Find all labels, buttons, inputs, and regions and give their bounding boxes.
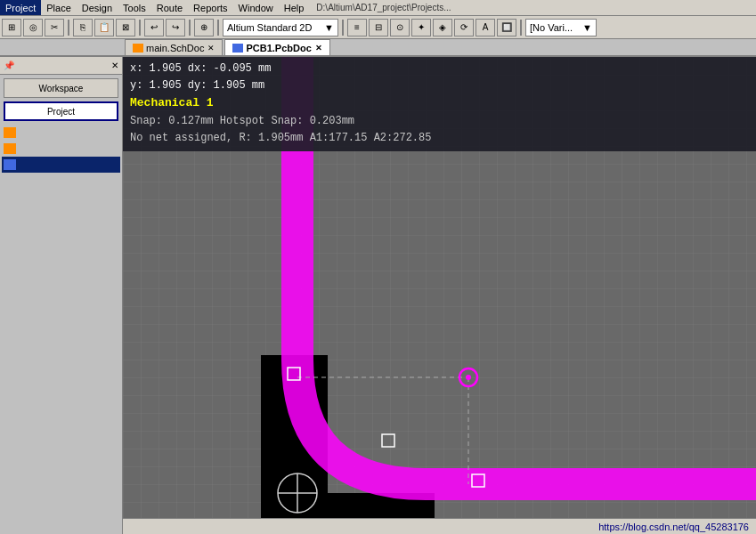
tb-btn-6[interactable]: ⊠ [116,19,135,36]
workspace-button[interactable]: Workspace [4,78,118,98]
project-file-2[interactable] [2,141,120,157]
menubar: Project Place Design Tools Route Reports… [0,0,756,16]
tab-close-sch[interactable]: ✕ [207,44,215,53]
menu-design[interactable]: Design [77,0,118,15]
tb-btn-2[interactable]: ◎ [23,19,43,36]
tabbar: main.SchDoc ✕ PCB1.PcbDoc ✕ [0,39,756,57]
panel-buttons: Workspace [0,75,122,101]
project-button-row: Project [0,101,122,123]
novar-arrow: ▼ [582,22,592,33]
info-line-3: Snap: 0.127mm Hotspot Snap: 0.203mm [130,113,749,130]
tab-pcb-label: PCB1.PcbDoc [246,43,311,53]
menu-window[interactable]: Window [233,0,279,15]
tab-pcb-icon [232,44,243,53]
tb-undo[interactable]: ↩ [144,19,164,36]
left-panel: 📌 ✕ Workspace Project [0,57,123,534]
tb-zoom[interactable]: ⊕ [194,19,214,36]
tb-btn-9[interactable]: ⊙ [390,19,410,36]
menu-tools[interactable]: Tools [118,0,151,15]
novar-label: [No Vari... [530,22,573,33]
tb-sep-5 [342,20,344,36]
menu-help[interactable]: Help [279,0,310,15]
novar-dropdown[interactable]: [No Vari... ▼ [525,19,597,36]
status-url: https://blog.csdn.net/qq_45283176 [598,522,749,532]
file-icon-3 [4,159,16,170]
tab-schematic[interactable]: main.SchDoc ✕ [125,39,223,55]
tb-btn-3[interactable]: ✂ [45,19,64,36]
cp-center-dot [466,375,471,380]
tb-sep-1 [68,20,69,36]
menu-place[interactable]: Place [41,0,77,15]
project-file-3[interactable] [2,157,120,173]
project-section [0,123,122,534]
tab-pcb[interactable]: PCB1.PcbDoc ✕ [224,39,329,55]
tb-btn-8[interactable]: ⊟ [369,19,388,36]
panel-header: 📌 ✕ [0,57,122,75]
tb-btn-5[interactable]: 📋 [94,19,114,36]
view-label: Altium Standard 2D [227,22,312,33]
tb-btn-13[interactable]: A [476,19,495,36]
tab-close-pcb[interactable]: ✕ [315,44,322,53]
menu-reports[interactable]: Reports [188,0,233,15]
tb-sep-2 [139,20,141,36]
tb-btn-7[interactable]: ≡ [347,19,367,36]
tab-sch-icon [133,44,143,53]
view-dropdown-arrow: ▼ [324,22,334,33]
info-line-4: No net assigned, R: 1.905mm A1:177.15 A2… [130,130,749,147]
toolbar: ⊞ ◎ ✂ ⎘ 📋 ⊠ ↩ ↪ ⊕ Altium Standard 2D ▼ ≡… [0,16,756,39]
statusbar: https://blog.csdn.net/qq_45283176 [123,518,756,534]
tb-sep-6 [520,20,522,36]
tb-sep-4 [217,20,219,36]
tb-btn-12[interactable]: ⟳ [454,19,474,36]
panel-pin-icon[interactable]: 📌 [4,61,14,70]
canvas-area[interactable]: x: 1.905 dx: -0.095 mm y: 1.905 dy: 1.90… [123,57,756,534]
file-icon-2 [4,143,16,154]
view-dropdown[interactable]: Altium Standard 2D ▼ [223,19,338,36]
info-overlay: x: 1.905 dx: -0.095 mm y: 1.905 dy: 1.90… [123,57,756,151]
horizontal-track [426,468,756,500]
menu-project[interactable]: Project [0,0,41,15]
project-button[interactable]: Project [4,101,118,121]
info-line-2: y: 1.905 dy: 1.905 mm [130,77,749,94]
tb-btn-14[interactable]: 🔲 [497,19,516,36]
tb-sep-3 [189,20,191,36]
cp-mid [382,434,394,447]
tb-btn-11[interactable]: ◈ [433,19,452,36]
project-path: D:\Altium\AD17_project\Projects... [309,3,756,12]
panel-close-icon[interactable]: ✕ [111,61,118,70]
tab-sch-label: main.SchDoc [146,43,204,53]
tb-btn-1[interactable]: ⊞ [2,19,21,36]
menu-route[interactable]: Route [151,0,188,15]
file-icon-1 [4,127,16,138]
tb-redo[interactable]: ↪ [166,19,185,36]
project-file-1[interactable] [2,125,120,141]
info-line-1: x: 1.905 dx: -0.095 mm [130,61,749,77]
tb-btn-10[interactable]: ✦ [411,19,431,36]
info-title: Mechanical 1 [130,94,749,113]
tb-btn-4[interactable]: ⎘ [73,19,93,36]
main-layout: 📌 ✕ Workspace Project x: 1.905 [0,57,756,534]
